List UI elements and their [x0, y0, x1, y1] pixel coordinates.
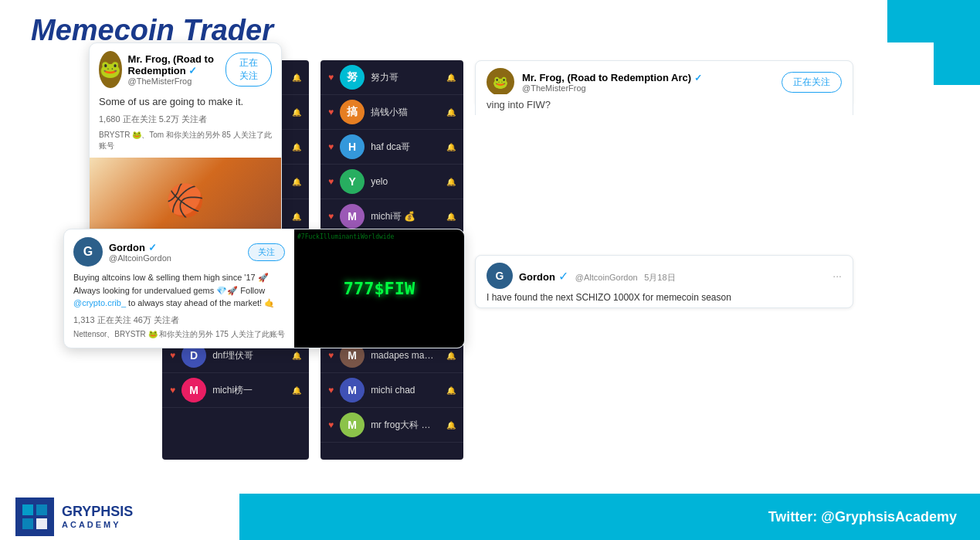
heart-icon: ♥	[328, 107, 334, 117]
left-panel-item[interactable]: ♥ M michi榜一 🔔	[162, 373, 309, 408]
user-name: haf dca哥	[371, 141, 439, 154]
exp-frog-mutual: BRYSTR 🐸、Tom 和你关注的另外 85 人关注了此账号	[90, 130, 281, 158]
gordon-card-image: #7FuckIlluminantiWorldwide 777$FIW	[294, 229, 464, 348]
heart-icon: ♥	[170, 385, 175, 396]
gordon-expanded-name: Gordon ✓	[109, 242, 171, 253]
bell-icon: 🔔	[292, 108, 301, 117]
tweet1-question: ving into FIW?	[475, 94, 853, 115]
user-name: michi榜一	[212, 384, 284, 397]
footer: GRYPHSIS ACADEMY Twitter: @GryphsisAcade…	[0, 494, 980, 540]
exp-frog-stats: 1,680 正在关注 5.2万 关注者	[90, 114, 281, 130]
user-name: dnf埋伏哥	[212, 349, 284, 362]
user-avatar: M	[340, 413, 365, 437]
bell-icon: 🔔	[292, 73, 301, 82]
footer-twitter: Twitter: @GryphsisAcademy	[768, 509, 957, 525]
bell-icon: 🔔	[292, 212, 301, 221]
bell-icon: 🔔	[292, 178, 301, 186]
svg-rect-0	[22, 504, 33, 515]
user-name: 努力哥	[371, 71, 439, 84]
bell-icon: 🔔	[292, 386, 301, 395]
tweet1-avatar: 🐸	[487, 68, 514, 96]
bell-icon: 🔔	[446, 108, 456, 117]
user-avatar: 努	[340, 65, 365, 90]
tweet2-date: 5月18日	[644, 273, 675, 282]
heart-icon: ♥	[328, 419, 334, 430]
gordon-follow-btn[interactable]: 关注	[248, 243, 285, 261]
footer-bar: Twitter: @GryphsisAcademy	[239, 494, 980, 540]
tweet2-more-icon[interactable]: ···	[832, 270, 842, 282]
user-avatar: M	[181, 378, 206, 402]
tweet2-avatar: G	[487, 263, 513, 289]
user-name: michi chad	[371, 385, 439, 396]
svg-rect-2	[22, 518, 33, 529]
user-avatar: M	[340, 378, 365, 402]
tweet2-headline: I have found the next SCHIZO 1000X for m…	[487, 292, 842, 303]
exp-frog-name: Mr. Frog, (Road to Redemption ✓	[128, 53, 226, 76]
bell-icon: 🔔	[446, 421, 456, 430]
user-name: madapes manaki ch...	[371, 350, 439, 361]
gryphsis-icon	[21, 503, 49, 531]
gordon-card-left: G Gordon ✓ @AltcoinGordon 关注 Buying altc…	[64, 229, 294, 348]
gordon-expanded-mutual: Nettensor、BRYSTR 🐸 和你关注的另外 175 人关注了此账号	[73, 329, 285, 340]
gordon-expanded-stats: 1,313 正在关注 46万 关注者	[73, 314, 285, 326]
middle-panel-item[interactable]: ♥ M michi chad 🔔	[320, 373, 463, 408]
gordon-bio-link[interactable]: @crypto.crib_	[73, 298, 126, 307]
user-name: michi哥 💰	[371, 210, 439, 223]
user-name: mr frog大科 💰💰	[371, 419, 439, 432]
bell-icon: 🔔	[292, 143, 301, 151]
tweet1-expanded-card: 🐸 Mr. Frog, (Road to Redemption ✓ @TheMi…	[89, 42, 282, 243]
heart-icon: ♥	[328, 72, 334, 83]
user-avatar: Y	[340, 169, 365, 194]
gordon-image-text: 777$FIW	[344, 279, 415, 298]
middle-panel-item[interactable]: ♥ M mr frog大科 💰💰 🔔	[320, 408, 463, 443]
footer-logo-icon	[15, 498, 54, 536]
heart-icon: ♥	[170, 350, 175, 361]
svg-rect-1	[36, 504, 47, 515]
user-avatar: H	[340, 134, 365, 159]
exp-frog-text: Some of us are going to make it.	[90, 93, 281, 114]
bell-icon: 🔔	[446, 178, 456, 186]
bell-icon: 🔔	[446, 212, 456, 221]
bell-icon: 🔔	[446, 352, 456, 360]
tweet2-expanded-card: G Gordon ✓ @AltcoinGordon 关注 Buying altc…	[63, 229, 465, 348]
middle-panel-item[interactable]: ♥ H haf dca哥 🔔	[320, 130, 463, 165]
exp-frog-avatar: 🐸	[99, 51, 122, 88]
tweet1-handle: @TheMisterFrog	[522, 83, 702, 93]
gordon-expanded-handle: @AltcoinGordon	[109, 253, 171, 263]
footer-logo-sub: ACADEMY	[62, 520, 133, 529]
user-avatar: M	[340, 204, 365, 229]
heart-icon: ♥	[328, 141, 334, 152]
gordon-bg-code: #7FuckIlluminantiWorldwide	[297, 233, 394, 242]
gordon-expanded-avatar: G	[73, 237, 103, 267]
heart-icon: ♥	[328, 176, 334, 187]
footer-logo-text: GRYPHSIS	[62, 504, 133, 520]
bell-icon: 🔔	[292, 352, 301, 360]
user-avatar: 搞	[340, 100, 365, 124]
user-name: yelo	[371, 176, 439, 187]
footer-logo-section: GRYPHSIS ACADEMY	[0, 494, 239, 540]
heart-icon: ♥	[328, 211, 334, 222]
logo-box	[887, 0, 980, 85]
bell-icon: 🔔	[446, 73, 456, 82]
tweet2-name: Gordon	[519, 271, 555, 283]
middle-panel-item[interactable]: ♥ Y yelo 🔔	[320, 165, 463, 199]
exp-frog-follow-btn[interactable]: 正在关注	[226, 53, 272, 87]
tweet2-handle: @AltcoinGordon	[575, 273, 638, 282]
heart-icon: ♥	[328, 350, 334, 361]
middle-panel-item[interactable]: ♥ 努 努力哥 🔔	[320, 60, 463, 95]
exp-frog-handle: @TheMisterFrog	[128, 76, 226, 86]
heart-icon: ♥	[328, 385, 334, 396]
tweet2-snippet: G Gordon ✓ @AltcoinGordon 5月18日 ··· I ha…	[475, 255, 853, 308]
gordon-bio: Buying altcoins low & selling them high …	[73, 271, 285, 310]
user-name: 搞钱小猫	[371, 106, 439, 119]
tweet1-name: Mr. Frog, (Road to Redemption Arc) ✓	[522, 72, 702, 83]
svg-rect-3	[36, 518, 47, 529]
tweet1-follow-button[interactable]: 正在关注	[782, 72, 842, 93]
bell-icon: 🔔	[446, 386, 456, 395]
bell-icon: 🔔	[446, 143, 456, 151]
middle-panel-item[interactable]: ♥ 搞 搞钱小猫 🔔	[320, 95, 463, 130]
